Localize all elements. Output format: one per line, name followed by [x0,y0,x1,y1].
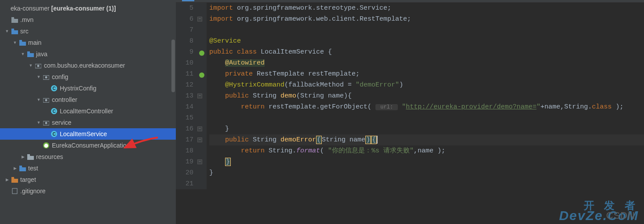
line-number[interactable]: 18 [176,145,193,156]
svg-rect-15 [12,188,17,194]
code-line[interactable]: @HystrixCommand(fallbackMethod = "demoEr… [209,79,644,90]
line-number[interactable]: 11 [176,69,193,79]
tree-item-hystrixconfig[interactable]: CHystrixConfig [0,83,176,94]
tree-item-label: test [28,165,38,172]
line-number[interactable]: 7 [176,25,193,36]
chevron-down-icon[interactable]: ▼ [35,98,42,102]
tree-item-label: main [28,39,41,46]
chevron-right-icon[interactable]: ▶ [11,166,18,170]
tree-item-label: java [36,51,47,58]
package-icon [43,74,49,80]
tree-item-label: com.bushuo.eurekaconsumer [44,62,125,69]
tree-item-label: config [52,73,68,80]
code-line[interactable]: public class LocalItemService { [209,47,644,58]
line-number[interactable]: 17 [176,134,193,145]
code-line[interactable]: import org.springframework.web.client.Re… [209,14,644,25]
tree-scrollbar[interactable] [171,13,176,167]
chevron-down-icon[interactable]: ▼ [4,29,11,33]
tree-item-controller[interactable]: ▼controller [0,94,176,105]
fold-toggle[interactable]: − [197,126,202,131]
code-line[interactable]: @Service [209,36,644,47]
project-root[interactable]: eka-consumer [eureka-consumer (1)] [0,3,176,14]
chevron-right-icon[interactable]: ▶ [4,177,11,182]
spring-gutter-icon [199,50,205,56]
line-number[interactable]: 10 [176,58,193,69]
tree-item-main[interactable]: ▼main [0,37,176,48]
file-icon [12,188,18,194]
watermark-csdn: CSDN [606,210,635,221]
line-number[interactable]: 13 [176,90,193,101]
tree-item--gitignore[interactable]: .gitignore [0,185,176,197]
code-line[interactable]: import org.springframework.stereotype.Se… [209,3,644,14]
fold-toggle[interactable]: − [197,94,202,98]
code-line[interactable]: public String demo(String name){ [209,90,644,101]
spring-gutter-icon [199,72,205,78]
tree-item-label: resources [36,153,63,160]
svg-point-10 [45,122,47,124]
line-number[interactable]: 15 [176,112,193,123]
folder-icon [19,166,26,171]
package-icon [35,63,41,69]
tree-item-test[interactable]: ▶test [0,163,176,174]
line-number[interactable]: 14 [176,101,193,112]
tree-item-localitemservice[interactable]: CLocalItemService [0,128,176,140]
tree-item-com-bushuo-eurekaconsumer[interactable]: ▼com.bushuo.eurekaconsumer [0,60,176,71]
tree-item-target[interactable]: ▶target [0,174,176,185]
project-tree[interactable]: eka-consumer [eureka-consumer (1)] .mvn▼… [0,0,176,224]
tree-item-resources[interactable]: ▶resources [0,151,176,163]
code-line[interactable]: @Autowired [209,58,644,69]
code-line[interactable] [209,178,644,189]
scrollbar-thumb[interactable] [171,40,175,92]
chevron-down-icon[interactable]: ▼ [35,75,42,79]
folder-icon [27,51,34,57]
code-editor[interactable]: 56789101112131415161718192021 −−−−− impo… [176,0,644,224]
line-number[interactable]: 5 [176,3,193,14]
code-line[interactable]: private RestTemplate restTemplate; [209,69,644,79]
code-content[interactable]: import org.springframework.stereotype.Se… [207,3,644,189]
code-line[interactable] [209,112,644,123]
tree-item-label: EurekaConsumerApplication [52,142,130,149]
fold-toggle[interactable]: − [197,137,202,142]
folder-icon [11,29,18,34]
gutter-icons[interactable]: −−−−− [198,3,207,189]
line-number[interactable]: 21 [176,178,193,189]
code-line[interactable]: public String demoError(String name){ [209,134,644,145]
fold-toggle[interactable]: − [197,17,202,22]
folder-icon [27,154,34,160]
line-number[interactable]: 8 [176,36,193,47]
line-number[interactable]: 12 [176,79,193,90]
code-line[interactable]: } [209,167,644,178]
project-tree-sidebar: eka-consumer [eureka-consumer (1)] .mvn▼… [0,0,176,224]
code-line[interactable]: return restTemplate.getForObject( url: "… [209,101,644,112]
svg-point-6 [45,76,47,78]
tree-item-service[interactable]: ▼service [0,117,176,128]
line-number[interactable]: 9 [176,47,193,58]
line-number[interactable]: 19 [176,156,193,167]
line-number-gutter[interactable]: 56789101112131415161718192021 [176,3,198,189]
tree-item-label: .mvn [20,16,33,23]
tree-item-localitemcontroller[interactable]: CLocalItemController [0,105,176,117]
tree-item-label: LocalItemService [60,130,107,137]
chevron-down-icon[interactable]: ▼ [35,120,42,125]
line-number[interactable]: 20 [176,167,193,178]
code-line[interactable] [209,25,644,36]
tree-item--mvn[interactable]: .mvn [0,14,176,25]
svg-rect-0 [11,17,14,18]
tree-item-java[interactable]: ▼java [0,48,176,60]
chevron-right-icon[interactable]: ▶ [19,155,26,159]
chevron-down-icon[interactable]: ▼ [11,40,18,45]
fold-toggle[interactable]: − [197,159,202,164]
chevron-down-icon[interactable]: ▼ [19,52,26,56]
tree-item-src[interactable]: ▼src [0,25,176,37]
tree-item-eurekaconsumerapplication[interactable]: ⬤EurekaConsumerApplication [0,140,176,151]
code-line[interactable]: } [209,123,644,134]
code-line[interactable]: } [209,156,644,167]
line-number[interactable]: 16 [176,123,193,134]
svg-rect-12 [27,154,30,155]
tree-item-label: target [20,176,36,183]
svg-point-4 [37,65,40,67]
tree-item-config[interactable]: ▼config [0,71,176,83]
line-number[interactable]: 6 [176,14,193,25]
code-line[interactable]: return String.format( "你的信息是：%s 请求失败",na… [209,145,644,156]
chevron-down-icon[interactable]: ▼ [27,63,34,68]
